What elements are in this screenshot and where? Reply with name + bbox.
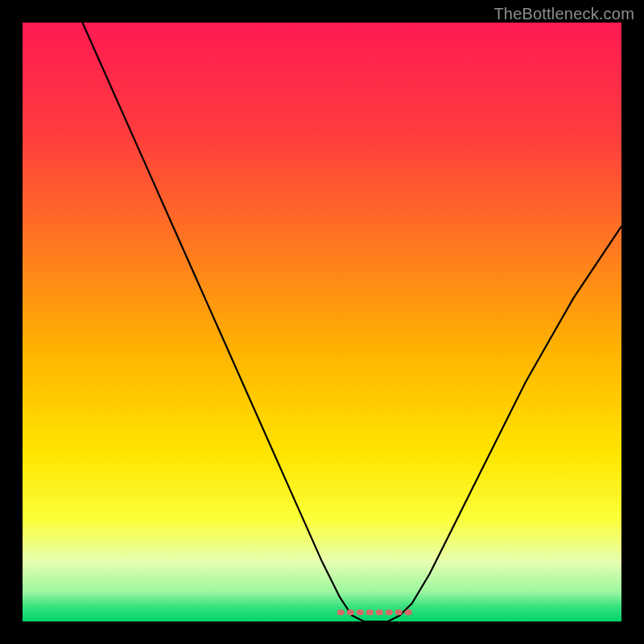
watermark-text: TheBottleneck.com: [493, 5, 634, 23]
chart-frame: TheBottleneck.com: [0, 0, 644, 644]
plot-area: [23, 23, 621, 621]
bottleneck-curve: [23, 23, 621, 621]
